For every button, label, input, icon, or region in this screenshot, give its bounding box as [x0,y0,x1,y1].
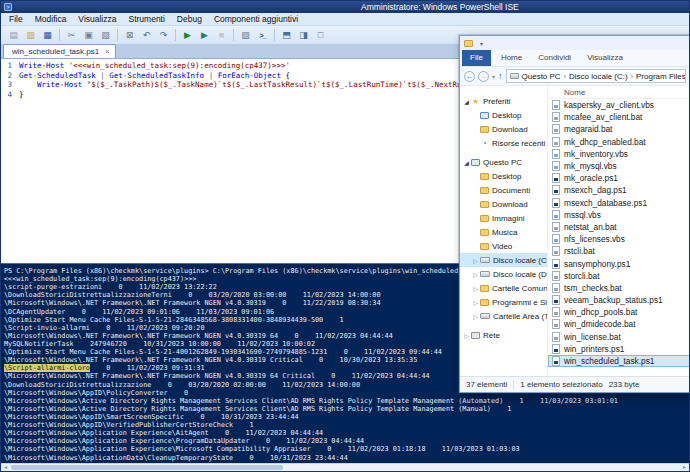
menu-componenti-aggiuntivi[interactable]: Componenti aggiuntivi [208,13,304,25]
nav-item-preferiti[interactable]: ◢★Preferiti [460,94,547,108]
forward-button[interactable]: → [478,71,489,82]
file-storcli-bat[interactable]: storcli.bat [548,270,690,282]
ribbon-tab-file[interactable]: File [462,50,491,66]
expander-closed-icon[interactable]: ▷ [471,285,480,292]
computer-icon [480,112,489,119]
file-rstcli-bat[interactable]: rstcli.bat [548,245,690,257]
new-script-button[interactable]: ▤ [6,28,21,42]
clear-console-button[interactable]: ⊠ [122,28,137,42]
file-mk-inventory-vbs[interactable]: mk_inventory.vbs [548,148,690,160]
nav-item-video[interactable]: Video [460,239,547,253]
file-tsm-checks-bat[interactable]: tsm_checks.bat [548,282,690,294]
file-nfs-licenses-vbs[interactable]: nfs_licenses.vbs [548,233,690,245]
explorer-titlebar: ▾ [460,36,690,50]
file-mk-mysql-vbs[interactable]: mk_mysql.vbs [548,160,690,172]
nav-item-download[interactable]: Download [460,122,547,136]
close-tab-icon[interactable]: × [105,48,109,55]
explorer-address-bar: ← → ▾ ↑ Questo PC›Disco locale (C:)›Prog… [460,67,690,86]
nav-item-download[interactable]: Download [460,197,547,211]
file-win-dmidecode-bat[interactable]: win_dmidecode.bat [548,318,690,330]
nav-item-disco-locale-c[interactable]: ▷Disco locale (C:) [460,253,547,267]
file-veeam-backup-status-ps1[interactable]: veeam_backup_status.ps1 [548,294,690,306]
nav-item-musica[interactable]: Musica [460,225,547,239]
file-mssql-vbs[interactable]: mssql.vbs [548,209,690,221]
file-mk-dhcp-enabled-bat[interactable]: mk_dhcp_enabled.bat [548,136,690,148]
expander-closed-icon[interactable]: ▷ [471,299,480,306]
scroll-right-icon[interactable]: ▸ [680,464,689,471]
expander-closed-icon[interactable]: ▷ [471,257,480,264]
file-msexch-database-ps1[interactable]: msexch_database.ps1 [548,197,690,209]
file-win-printers-ps1[interactable]: win_printers.ps1 [548,343,690,355]
nav-item-cartelle-area-t[interactable]: ▷Cartelle Area (T:) [460,309,547,323]
menu-visualizza[interactable]: Visualizza [72,13,122,25]
new-remote-powershell-tab-button[interactable]: ▨ [238,28,253,42]
file-mk-oracle-ps1[interactable]: mk_oracle.ps1 [548,172,690,184]
breadcrumb[interactable]: Questo PC›Disco locale (C:)›Program File… [506,69,686,83]
nav-item-questo-pc[interactable]: ◢Questo PC [460,155,547,169]
ise-titlebar: > Amministratore: Windows PowerShell ISE [1,1,689,13]
menu-modifica[interactable]: Modifica [29,13,73,25]
script-pane-top-button[interactable]: ⬒ [279,28,294,42]
expander-closed-icon[interactable]: ▷ [462,332,471,339]
file-sansymphony-ps1[interactable]: sansymphony.ps1 [548,257,690,269]
start-powershell-button[interactable]: >_ [255,28,270,42]
undo-button[interactable]: ↶ [139,28,154,42]
run-selection-button[interactable]: ▶ [197,28,212,42]
ribbon-tab-condividi[interactable]: Condividi [530,50,579,66]
up-one-level-button[interactable]: ↑ [498,72,503,81]
file-win-scheduled-task-ps1[interactable]: win_scheduled_task.ps1 [548,355,690,367]
powershell-ise-window: > Amministratore: Windows PowerShell ISE… [0,0,690,472]
open-script-button[interactable]: ▥ [23,28,38,42]
ribbon-tab-visualizza[interactable]: Visualizza [579,50,631,66]
back-button[interactable]: ← [464,71,475,82]
nav-item-desktop[interactable]: Desktop [460,169,547,183]
copy-button[interactable]: ▣ [81,28,96,42]
history-chevron-icon[interactable]: ▾ [492,73,495,80]
nav-item-programmi-e-sistem[interactable]: ▷Programmi e Sistem... [460,295,547,309]
file-win-license-bat[interactable]: win_license.bat [548,331,690,343]
menu-strumenti[interactable]: Strumenti [122,13,170,25]
breadcrumb-program-files-x86[interactable]: Program Files (x86) [636,72,686,81]
file-megaraid-bat[interactable]: megaraid.bat [548,123,690,135]
menu-file[interactable]: File [3,13,29,25]
network-icon [471,332,480,339]
expander-closed-icon[interactable]: ▷ [471,313,480,320]
breadcrumb-questo-pc[interactable]: Questo PC [522,72,561,81]
run-script-button[interactable]: ▶ [180,28,195,42]
quick-access-toolbar-chevron-icon[interactable]: ▾ [480,40,483,47]
file-win-dhcp-pools-bat[interactable]: win_dhcp_pools.bat [548,306,690,318]
redo-button[interactable]: ↷ [156,28,171,42]
breadcrumb-disco-locale-c[interactable]: Disco locale (C:) [569,72,628,81]
cut-button[interactable]: ✂ [64,28,79,42]
stop-button[interactable]: ■ [214,28,229,42]
menu-debug[interactable]: Debug [171,13,208,25]
file-netstat-an-bat[interactable]: netstat_an.bat [548,221,690,233]
toolbar-separator [117,29,118,41]
nav-item-rete[interactable]: ▷Rete [460,328,547,342]
file-mcafee-av-client-bat[interactable]: mcafee_av_client.bat [548,111,690,123]
script-tab[interactable]: win_scheduled_task.ps1 × [3,44,116,58]
scroll-left-icon[interactable]: ◂ [1,464,10,471]
column-header-name[interactable]: Nome [548,86,690,99]
nav-label: Video [492,242,512,251]
ribbon-tab-home[interactable]: Home [493,50,530,66]
nav-item-documenti[interactable]: Documenti [460,183,547,197]
expander-closed-icon[interactable]: ▷ [471,271,480,278]
nav-item-immagini[interactable]: Immagini [460,211,547,225]
powershell-app-icon: > [4,3,12,11]
file-msexch-dag-ps1[interactable]: msexch_dag.ps1 [548,184,690,196]
expander-open-icon[interactable]: ◢ [462,98,471,105]
nav-item-cartelle-comuni-e[interactable]: ▷Cartelle Comuni e ... [460,281,547,295]
console-horizontal-scrollbar[interactable]: ◂ ▸ [1,463,689,471]
save-button[interactable]: ▦ [40,28,55,42]
nav-item-risorse-recenti[interactable]: ◔Risorse recenti [460,136,547,150]
nav-item-desktop[interactable]: Desktop [460,108,547,122]
expander-open-icon[interactable]: ◢ [462,159,471,166]
script-pane-right-button[interactable]: ◨ [296,28,311,42]
nav-item-disco-locale-d[interactable]: ▷Disco locale (D:) [460,267,547,281]
script-pane-maximized-button[interactable]: □ [313,28,328,42]
file-kaspersky-av-client-vbs[interactable]: kaspersky_av_client.vbs [548,99,690,111]
scrollbar-thumb[interactable] [11,465,283,470]
paste-button[interactable]: ▧ [98,28,113,42]
file-name: mssql.vbs [564,210,601,220]
